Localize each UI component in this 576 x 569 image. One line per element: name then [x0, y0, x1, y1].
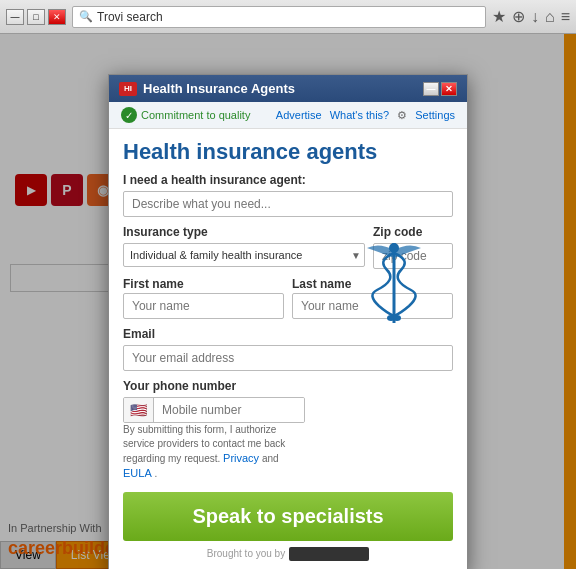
modal-main-title: Health insurance agents [123, 139, 453, 165]
email-label: Email [123, 327, 453, 341]
medical-logo [349, 243, 439, 323]
quality-label: Commitment to quality [141, 109, 250, 121]
email-group [123, 345, 453, 371]
modal-app-icon: HI [119, 82, 137, 96]
submit-button[interactable]: Speak to specialists [123, 492, 453, 541]
email-row [123, 345, 453, 371]
modal-minimize-button[interactable]: — [423, 82, 439, 96]
insurance-select-wrapper: Individual & family health insurance Gro… [123, 243, 365, 267]
browser-toolbar-icons: ★ ⊕ ↓ ⌂ ≡ [492, 7, 570, 26]
browser-chrome: — □ ✕ 🔍 Trovi search ★ ⊕ ↓ ⌂ ≡ [0, 0, 576, 34]
svg-point-1 [389, 243, 399, 253]
home-icon[interactable]: ⌂ [545, 8, 555, 26]
menu-icon[interactable]: ≡ [561, 8, 570, 26]
download-icon[interactable]: ↓ [531, 8, 539, 26]
need-label: I need a health insurance agent: [123, 173, 453, 187]
browser-close[interactable]: ✕ [48, 9, 66, 25]
search-icon: 🔍 [79, 10, 93, 23]
phone-input-wrapper: 🇺🇸 [123, 397, 305, 423]
page-content: Malwaretips ▶ P ◉ 🔍 View List View In Pa… [0, 34, 576, 569]
modal-titlebar-left: HI Health Insurance Agents [119, 81, 295, 96]
insurance-type-group: Insurance type Individual & family healt… [123, 225, 365, 267]
browser-window: — □ ✕ 🔍 Trovi search ★ ⊕ ↓ ⌂ ≡ Malwareti… [0, 0, 576, 569]
phone-label: Your phone number [123, 379, 453, 393]
address-text: Trovi search [97, 10, 163, 24]
subheader-links: Advertise What's this? ⚙ Settings [276, 109, 455, 122]
first-name-label: First name [123, 277, 284, 291]
star-icon[interactable]: ★ [492, 7, 506, 26]
whats-this-link[interactable]: What's this? [330, 109, 390, 121]
email-input[interactable] [123, 345, 453, 371]
first-name-input[interactable] [123, 293, 284, 319]
brought-by-label: Brought to you by [207, 548, 285, 559]
insurance-type-select[interactable]: Individual & family health insurance Gro… [123, 243, 365, 267]
address-bar[interactable]: 🔍 Trovi search [72, 6, 486, 28]
modal-titlebar: HI Health Insurance Agents — ✕ [109, 75, 467, 102]
browser-maximize[interactable]: □ [27, 9, 45, 25]
insurance-type-label: Insurance type [123, 225, 365, 239]
describe-input[interactable] [123, 191, 453, 217]
brought-by-logo [289, 547, 369, 561]
settings-link[interactable]: Settings [415, 109, 455, 121]
check-icon: ✓ [121, 107, 137, 123]
zip-label: Zip code [373, 225, 453, 239]
svg-point-3 [393, 315, 401, 321]
phone-caduceus-section: Your phone number 🇺🇸 [123, 379, 453, 423]
privacy-link[interactable]: Privacy [223, 452, 259, 464]
first-name-group [123, 293, 284, 319]
phone-input[interactable] [154, 398, 305, 422]
flag-icon: 🇺🇸 [124, 398, 154, 422]
modal-dialog: HI Health Insurance Agents — ✕ ✓ Commitm… [108, 74, 468, 569]
advertise-link[interactable]: Advertise [276, 109, 322, 121]
browser-minimize[interactable]: — [6, 9, 24, 25]
modal-overlay: HI Health Insurance Agents — ✕ ✓ Commitm… [0, 34, 576, 569]
gear-icon[interactable]: ⚙ [397, 109, 407, 122]
modal-title-text: Health Insurance Agents [143, 81, 295, 96]
bookmark-icon[interactable]: ⊕ [512, 7, 525, 26]
quality-badge: ✓ Commitment to quality [121, 107, 250, 123]
modal-close-button[interactable]: ✕ [441, 82, 457, 96]
modal-win-controls: — ✕ [423, 82, 457, 96]
eula-link[interactable]: EULA [123, 467, 152, 479]
brought-by: Brought to you by [123, 547, 453, 561]
browser-controls: — □ ✕ [6, 9, 66, 25]
modal-subheader: ✓ Commitment to quality Advertise What's… [109, 102, 467, 129]
disclaimer-text: By submitting this form, I authorize ser… [123, 423, 305, 482]
caduceus-svg [349, 238, 439, 328]
modal-body: Health insurance agents I need a health … [109, 129, 467, 569]
